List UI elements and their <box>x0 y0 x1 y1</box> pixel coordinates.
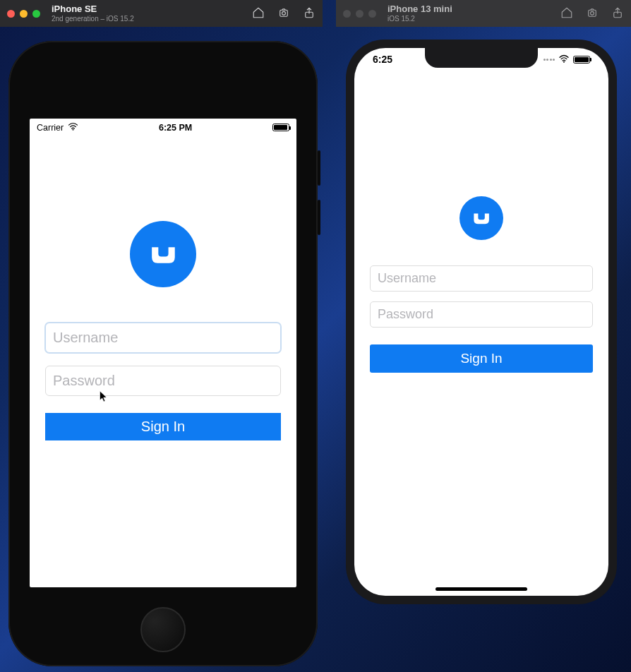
mouse-cursor-icon <box>99 390 108 405</box>
app-logo-icon <box>459 196 503 240</box>
simulator-subtitle: 2nd generation – iOS 15.2 <box>52 15 134 23</box>
close-window-icon[interactable] <box>343 10 351 18</box>
zoom-window-icon[interactable] <box>368 10 376 18</box>
password-field[interactable] <box>45 366 281 396</box>
screenshot-icon[interactable] <box>277 6 290 21</box>
svg-point-7 <box>563 61 565 63</box>
home-icon[interactable] <box>560 6 573 21</box>
password-input[interactable] <box>378 307 585 322</box>
username-input[interactable] <box>53 330 273 346</box>
svg-point-1 <box>282 11 286 15</box>
cellular-signal-icon <box>543 59 555 61</box>
battery-icon <box>272 124 289 131</box>
username-field[interactable] <box>45 323 281 353</box>
minimize-window-icon[interactable] <box>356 10 363 18</box>
simulator-titlebar-se: iPhone SE 2nd generation – iOS 15.2 <box>0 0 323 27</box>
svg-rect-0 <box>280 10 288 16</box>
screen-iphone-13-mini: 6:25 Sign In <box>354 48 608 596</box>
simulator-title: iPhone SE <box>52 4 134 15</box>
window-traffic-lights[interactable] <box>7 10 40 18</box>
signin-button[interactable]: Sign In <box>45 413 281 440</box>
device-iphone-se: Carrier 6:25 PM Sign In <box>8 41 318 666</box>
device-iphone-13-mini: 6:25 Sign In <box>346 40 617 604</box>
simulator-title: iPhone 13 mini <box>387 4 452 15</box>
username-input[interactable] <box>378 271 585 286</box>
status-bar: Carrier 6:25 PM <box>30 119 296 134</box>
username-field[interactable] <box>370 265 593 292</box>
status-bar: 6:25 <box>354 54 608 65</box>
password-input[interactable] <box>53 373 273 389</box>
carrier-label: Carrier <box>37 123 64 133</box>
home-button[interactable] <box>140 607 186 652</box>
svg-point-6 <box>73 129 74 131</box>
login-screen: Sign In <box>30 221 296 440</box>
simulator-subtitle: iOS 15.2 <box>387 15 452 23</box>
screenshot-icon[interactable] <box>586 6 599 21</box>
wifi-icon <box>68 122 78 133</box>
clock-label: 6:25 <box>373 54 392 65</box>
simulator-title-block: iPhone 13 mini iOS 15.2 <box>387 4 452 23</box>
clock-label: 6:25 PM <box>159 123 192 133</box>
zoom-window-icon[interactable] <box>32 10 40 18</box>
wifi-icon <box>558 54 570 65</box>
battery-icon <box>573 56 590 64</box>
app-logo-icon <box>130 221 196 287</box>
share-icon[interactable] <box>303 6 316 21</box>
screen-iphone-se: Carrier 6:25 PM Sign In <box>30 119 296 587</box>
home-icon[interactable] <box>252 6 265 21</box>
minimize-window-icon[interactable] <box>20 10 28 18</box>
window-traffic-lights-inactive[interactable] <box>343 10 376 18</box>
home-indicator[interactable] <box>435 587 527 591</box>
close-window-icon[interactable] <box>7 10 15 18</box>
login-screen: Sign In <box>354 196 608 373</box>
svg-rect-3 <box>589 10 596 16</box>
simulator-title-block: iPhone SE 2nd generation – iOS 15.2 <box>52 4 134 23</box>
svg-point-4 <box>591 11 594 15</box>
signin-button[interactable]: Sign In <box>370 344 593 373</box>
simulator-titlebar-13mini: iPhone 13 mini iOS 15.2 <box>336 0 631 27</box>
share-icon[interactable] <box>611 6 624 21</box>
password-field[interactable] <box>370 301 593 328</box>
